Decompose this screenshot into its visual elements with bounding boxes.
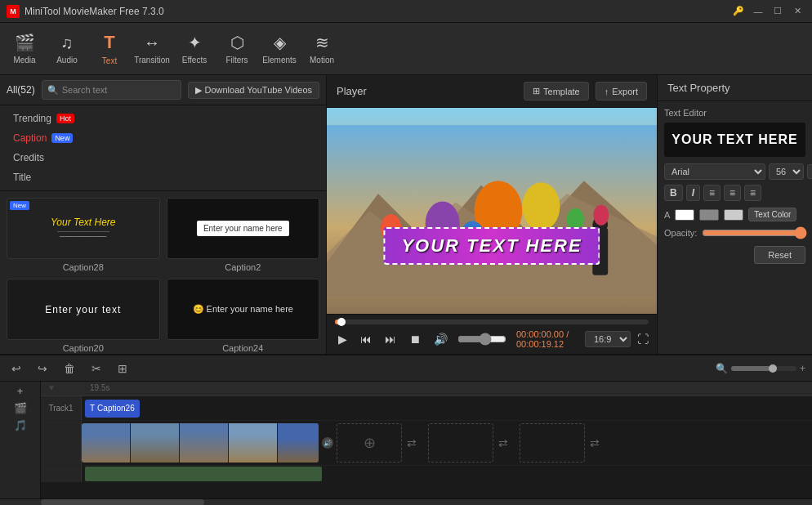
toolbar-audio[interactable]: ♫ Audio xyxy=(46,26,88,72)
split-button[interactable]: ⊞ xyxy=(113,360,132,377)
volume-area xyxy=(457,333,506,346)
fullscreen-button[interactable]: ⛶ xyxy=(637,333,649,346)
maximize-button[interactable]: ☐ xyxy=(770,5,786,18)
time-display: 00:00:00.00 / 00:00:19.12 xyxy=(516,329,578,349)
bottom-scrollbar[interactable] xyxy=(0,498,812,505)
video-track-icon[interactable]: 🎬 xyxy=(14,402,27,414)
zoom-control: 🔍 + xyxy=(716,363,805,374)
toolbar-elements[interactable]: ◈ Elements xyxy=(258,26,301,72)
close-button[interactable]: ✕ xyxy=(789,5,805,18)
arrow-btn-1[interactable]: ⇄ xyxy=(402,423,422,463)
undo-button[interactable]: ↩ xyxy=(7,360,26,377)
align-right-button[interactable]: ≡ xyxy=(744,185,761,201)
toolbar-effects[interactable]: ✦ Effects xyxy=(173,26,216,72)
font-size-select[interactable]: 56 48 36 24 18 xyxy=(769,163,804,180)
text-editor-value: YOUR TEXT HERE xyxy=(671,132,797,146)
primary-color-swatch[interactable] xyxy=(675,209,694,221)
sidebar-item-title[interactable]: Title xyxy=(0,168,326,187)
font-select[interactable]: Arial Times New Roman Helvetica xyxy=(664,163,765,180)
bold-button[interactable]: B xyxy=(664,185,683,201)
play-button[interactable]: ▶ xyxy=(335,331,350,347)
sidebar-item-trending[interactable]: Trending Hot xyxy=(0,109,326,128)
all-count-label: All(52) xyxy=(7,84,35,96)
text-display-box[interactable]: YOUR TEXT HERE xyxy=(664,123,805,157)
film-frame-3 xyxy=(180,423,229,463)
arrow-btn-2[interactable]: ⇄ xyxy=(493,423,513,463)
text-overlay[interactable]: YOUR TEXT HERE xyxy=(383,227,600,265)
align-center-button[interactable]: ≡ xyxy=(724,185,741,201)
youtube-download-button[interactable]: ▶ Download YouTube Videos xyxy=(188,82,320,99)
caption-item-24[interactable]: 😊 Enter your name here Caption24 xyxy=(167,279,320,353)
elements-label: Elements xyxy=(262,56,297,65)
player-controls: ▶ ⏮ ⏭ ⏹ 🔊 00:00:00.00 / 00:00:19.12 16:9… xyxy=(327,314,657,354)
arrow-btn-3[interactable]: ⇄ xyxy=(585,423,605,463)
toolbar-transition[interactable]: ↔ Transition xyxy=(131,26,173,72)
toolbar-filters[interactable]: ⬡ Filters xyxy=(216,26,258,72)
redo-button[interactable]: ↪ xyxy=(33,360,52,377)
caption-label-28: Caption28 xyxy=(7,262,160,272)
add-clip-zone-3[interactable] xyxy=(520,423,585,463)
progress-thumb xyxy=(337,318,346,326)
caption-item-2[interactable]: Enter your name here Caption2 xyxy=(167,198,320,272)
left-nav: Trending Hot Caption New Credits Title xyxy=(0,105,326,191)
opacity-label: Opacity: xyxy=(664,228,697,238)
toolbar-motion[interactable]: ≋ Motion xyxy=(301,26,343,72)
audio-clip[interactable] xyxy=(85,467,322,481)
timeline-toolbar: ↩ ↪ 🗑 ✂ ⊞ 🔍 + xyxy=(0,355,812,382)
filters-label: Filters xyxy=(225,56,248,65)
delete-button[interactable]: 🗑 xyxy=(59,360,80,377)
sidebar-item-credits[interactable]: Credits xyxy=(0,148,326,168)
search-box[interactable]: 🔍 Search text xyxy=(42,80,181,100)
player-header: Player ⊞ Template ↑ Export xyxy=(327,75,657,108)
main-area: All(52) 🔍 Search text ▶ Download YouTube… xyxy=(0,75,812,354)
next-button[interactable]: ⏭ xyxy=(381,331,399,347)
video-filmstrip[interactable] xyxy=(82,423,319,463)
transition-label: Transition xyxy=(134,56,170,65)
toolbar-media[interactable]: 🎬 Media xyxy=(3,26,46,72)
minimize-button[interactable]: 🔑 xyxy=(730,5,747,18)
audio-icon: ♫ xyxy=(61,34,74,52)
video-content xyxy=(327,108,657,314)
time-sep: / xyxy=(566,329,569,339)
tertiary-color-swatch[interactable] xyxy=(724,209,743,221)
caption-thumb-20: Enter your text xyxy=(7,279,160,340)
text-clip[interactable]: T Caption26 xyxy=(85,400,140,418)
caption-badge: New xyxy=(51,133,73,143)
aspect-ratio-select[interactable]: 16:9 9:16 1:1 4:3 xyxy=(585,331,631,347)
restore-button[interactable]: — xyxy=(750,5,766,18)
export-button[interactable]: ↑ Export xyxy=(596,82,647,101)
volume-slider[interactable] xyxy=(457,333,506,346)
opacity-slider[interactable] xyxy=(702,226,807,239)
stop-button[interactable]: ⏹ xyxy=(406,331,424,347)
toolbar: 🎬 Media ♫ Audio T Text ↔ Transition ✦ Ef… xyxy=(0,23,812,75)
cut-button[interactable]: ✂ xyxy=(87,360,106,377)
volume-button[interactable]: 🔊 xyxy=(431,331,451,347)
add-track-button[interactable]: + xyxy=(17,385,24,397)
add-clip-zone-1[interactable]: ⊕ xyxy=(337,423,402,463)
italic-button[interactable]: I xyxy=(686,185,700,201)
zoom-out-icon[interactable]: 🔍 xyxy=(716,363,728,374)
caption-item-20[interactable]: Enter your text Caption20 xyxy=(7,279,160,353)
progress-bar[interactable] xyxy=(335,320,649,324)
prev-button[interactable]: ⏮ xyxy=(357,331,375,347)
add-clip-zone-2[interactable] xyxy=(428,423,493,463)
media-icon: 🎬 xyxy=(15,33,35,52)
video-track-label xyxy=(41,421,82,465)
toolbar-text[interactable]: T Text xyxy=(88,26,131,72)
elements-icon: ◈ xyxy=(274,33,286,52)
audio-track-icon[interactable]: 🎵 xyxy=(14,419,27,431)
zoom-in-icon[interactable]: + xyxy=(800,363,805,374)
caption-item-28[interactable]: New Your Text Here ───────── Caption28 xyxy=(7,198,160,272)
align-left-button[interactable]: ≡ xyxy=(703,185,721,201)
list-format-button[interactable]: ≡ xyxy=(807,164,812,179)
template-button[interactable]: ⊞ Template xyxy=(524,82,589,101)
reset-button[interactable]: Reset xyxy=(754,246,805,264)
zoom-slider[interactable] xyxy=(731,366,796,371)
app-title: MiniTool MovieMaker Free 7.3.0 xyxy=(25,6,164,17)
track1: Track1 T Caption26 xyxy=(41,396,812,421)
titlebar: M MiniTool MovieMaker Free 7.3.0 🔑 — ☐ ✕ xyxy=(0,0,812,23)
sidebar-item-caption[interactable]: Caption New xyxy=(0,128,326,148)
secondary-color-swatch[interactable] xyxy=(699,209,719,221)
text-editor-section: Text Editor YOUR TEXT HERE Arial Times N… xyxy=(658,101,812,270)
trending-label: Trending xyxy=(13,113,51,124)
